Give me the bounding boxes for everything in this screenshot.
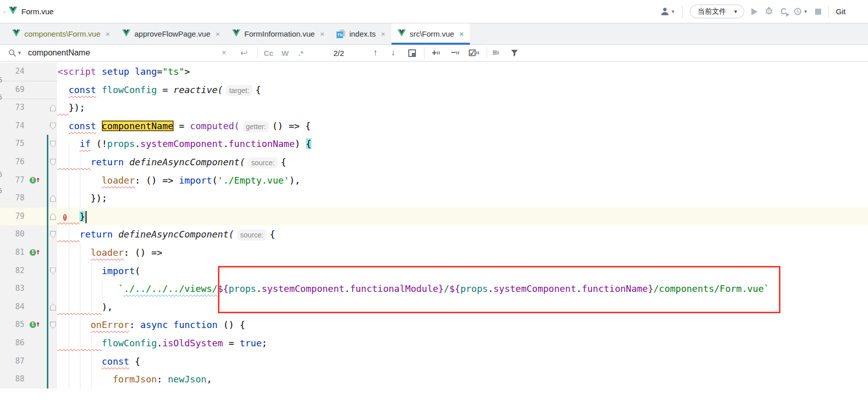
line-number[interactable]: 78 (0, 189, 24, 207)
code-line[interactable]: 81I↑ loader: () => (0, 244, 868, 262)
match-case-toggle[interactable]: Cc (264, 45, 273, 61)
coverage-button[interactable]: C (780, 7, 787, 16)
line-number[interactable]: 74 (0, 117, 24, 135)
search-options-button[interactable]: ≡I (492, 45, 499, 61)
code-line[interactable]: 24<script setup lang="ts"> (0, 63, 868, 81)
code-line[interactable]: 85I↑ onError: async function () { (0, 316, 868, 334)
code-line[interactable]: 78 }); (0, 189, 868, 207)
code-line[interactable]: 69 const flowConfig = reactive(target:{ (0, 81, 868, 99)
line-number[interactable]: 73 (0, 99, 24, 117)
line-number[interactable]: 80 (0, 225, 24, 244)
line-number[interactable]: 88 (0, 370, 24, 389)
run-configuration-selector[interactable]: 当前文件 ▼ (690, 5, 744, 18)
code-line[interactable]: 83 `./../../../views/${props.systemCompo… (0, 280, 868, 298)
stop-button[interactable] (815, 9, 821, 15)
previous-match-button[interactable]: ↑ (373, 45, 378, 61)
code-line[interactable]: 80 return defineAsyncComponent(source:{ (0, 225, 868, 244)
tab-forminformation.vue[interactable]: FormInformation.vue× (226, 23, 330, 44)
line-number[interactable]: 82 (0, 262, 24, 280)
find-window-icon (408, 49, 416, 57)
line-number[interactable]: 76 (0, 153, 24, 171)
error-icon[interactable]: ! (63, 211, 71, 222)
find-window-button[interactable] (408, 45, 416, 61)
profiler-button[interactable]: ▼ (794, 7, 808, 16)
close-tab-icon[interactable]: × (320, 29, 324, 38)
implement-marker-icon[interactable]: I↑ (30, 249, 44, 257)
code-line[interactable]: 73 }); (0, 99, 868, 117)
divider (424, 47, 425, 58)
tab-index.ts[interactable]: TSindex.ts× (330, 23, 391, 44)
line-number[interactable]: 87 (0, 352, 24, 371)
code-line[interactable]: 74 const componentName = computed(getter… (0, 117, 868, 135)
line-number[interactable]: 69 (0, 81, 24, 99)
line-number[interactable]: 79 (0, 207, 24, 226)
parameter-hint: source: (248, 157, 277, 168)
close-tab-icon[interactable]: × (105, 29, 110, 38)
vue-file-icon (398, 29, 406, 38)
next-match-button[interactable]: ↓ (391, 45, 396, 61)
filter-icon (511, 49, 518, 57)
tab-components-form.vue[interactable]: components\Form.vue× (6, 23, 116, 44)
run-button[interactable] (751, 8, 758, 15)
line-number[interactable]: 85 (0, 316, 24, 334)
title-bar: › Form.vue ▼ 当前文件 ▼ C ▼ Git (0, 0, 868, 23)
search-history-icon[interactable]: ↩ (240, 45, 247, 61)
indent-guide (91, 335, 92, 389)
search-input[interactable]: componentName (28, 45, 90, 61)
search-mode-button[interactable]: ▼ (8, 45, 22, 61)
tab-label: index.ts (349, 29, 376, 38)
regex-toggle[interactable]: .* (298, 45, 303, 61)
line-number[interactable]: 86 (0, 334, 24, 352)
indent-guide (69, 144, 69, 389)
add-occurrence-button[interactable]: +II (432, 45, 440, 61)
clipped-line-number-fragment: 5 (0, 186, 4, 195)
tab-src-form.vue[interactable]: src\Form.vue× (391, 23, 470, 44)
clear-search-button[interactable]: × (221, 45, 227, 61)
play-icon (786, 13, 790, 17)
divider (828, 6, 829, 18)
remove-occurrence-button[interactable]: −II (451, 45, 460, 61)
code-line[interactable]: 82 import( (0, 262, 868, 280)
tab-label: FormInformation.vue (244, 29, 315, 38)
code-line[interactable]: 88 formJson: newJson, (0, 370, 868, 389)
close-tab-icon[interactable]: × (459, 29, 464, 38)
vcs-change-bar (47, 153, 48, 171)
debug-button[interactable] (765, 6, 773, 17)
clipped-line-number-fragment: 6 (0, 75, 4, 84)
user-avatar-button[interactable]: ▼ (660, 7, 676, 16)
code-line[interactable]: 79! } (0, 207, 868, 226)
implement-marker-icon[interactable]: I↑ (30, 176, 44, 185)
line-number[interactable]: 77 (0, 171, 24, 190)
line-number[interactable]: 24 (0, 63, 24, 81)
vcs-change-bar (47, 352, 48, 371)
tab-approveflowpage.vue[interactable]: approveFlowPage.vue× (116, 23, 226, 44)
code-line[interactable]: 76 return defineAsyncComponent(source:{ (0, 153, 868, 171)
line-number[interactable]: 75 (0, 135, 24, 153)
run-config-label: 当前文件 (697, 7, 726, 16)
whole-words-toggle[interactable]: W (282, 45, 289, 61)
git-menu[interactable]: Git (836, 7, 846, 16)
select-all-occurrences-button[interactable]: ☑II (468, 45, 480, 61)
code-line[interactable]: 77I↑ loader: () => import('./Empty.vue')… (0, 171, 868, 190)
close-tab-icon[interactable]: × (381, 29, 385, 38)
line-number[interactable]: 81 (0, 244, 24, 262)
vue-file-icon (232, 29, 240, 38)
filter-search-button[interactable] (511, 45, 518, 61)
line-number[interactable]: 83 (0, 280, 24, 298)
line-number[interactable]: 84 (0, 298, 24, 316)
vue-file-icon (12, 29, 20, 38)
tab-label: components\Form.vue (24, 29, 100, 38)
implement-marker-icon[interactable]: I↑ (30, 321, 44, 329)
close-tab-icon[interactable]: × (215, 29, 220, 38)
vcs-change-bar (47, 171, 48, 190)
typescript-file-icon: TS (337, 29, 345, 38)
code-editor[interactable]: 24<script setup lang="ts">69 const flowC… (0, 62, 868, 417)
code-line[interactable]: 84 ), (0, 298, 868, 316)
vue-file-icon (9, 7, 17, 16)
code-line[interactable]: 86 flowConfig.isOldSystem = true; (0, 334, 868, 352)
vcs-change-bar (47, 316, 48, 334)
chevron-down-icon: ▼ (671, 9, 676, 14)
code-line[interactable]: 87 const { (0, 352, 868, 371)
divider (682, 6, 683, 18)
code-line[interactable]: 75 if (!props.systemComponent.functionNa… (0, 135, 868, 153)
